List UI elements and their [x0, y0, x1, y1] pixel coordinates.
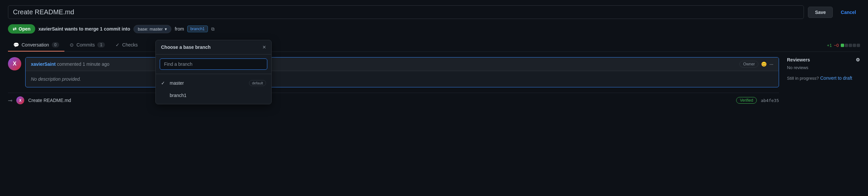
sidebar: Reviewers ⚙ No reviews Still in progress…	[787, 57, 860, 108]
modal-search-area	[156, 54, 271, 74]
reviewers-title: Reviewers ⚙	[787, 57, 860, 62]
branch-item-master[interactable]: ✓ master default	[156, 77, 271, 89]
tab-checks[interactable]: ✓ Checks	[110, 39, 143, 52]
head-branch-tag: branch1	[187, 26, 208, 32]
base-branch-button[interactable]: base: master ▾	[133, 25, 171, 33]
comment-meta: xavierSaint commented 1 minute ago	[31, 61, 110, 67]
additions-count: +1	[827, 43, 832, 48]
diff-blocks	[841, 44, 860, 47]
comment-author: xavierSaint	[31, 61, 56, 67]
checks-icon: ✓	[116, 42, 120, 48]
more-options-button[interactable]: ···	[769, 61, 773, 67]
comment-time: commented 1 minute ago	[57, 61, 110, 67]
branch-search-input[interactable]	[160, 58, 267, 70]
commit-row: ⊸ X Create README.md Verified ab4fe35	[8, 93, 779, 108]
diff-block-4	[853, 44, 856, 47]
main-content: X xavierSaint commented 1 minute ago Own…	[8, 57, 779, 108]
title-bar: Save Cancel	[8, 5, 860, 19]
status-badge: ⇄ Open	[8, 24, 35, 33]
commits-icon: ⊙	[70, 42, 74, 48]
open-icon: ⇄	[12, 26, 17, 32]
copy-icon[interactable]: ⧉	[211, 26, 215, 32]
comment-header: xavierSaint commented 1 minute ago Owner…	[26, 57, 779, 71]
deletions-count: −0	[834, 43, 839, 48]
convert-draft-link[interactable]: Convert to draft	[820, 76, 852, 81]
commit-avatar: X	[16, 96, 24, 104]
emoji-button[interactable]: 😊	[761, 61, 767, 67]
commits-count: 1	[97, 42, 105, 48]
comment-body: No description provided.	[26, 71, 779, 87]
tab-conversation-label: Conversation	[22, 42, 49, 48]
tab-checks-label: Checks	[122, 42, 138, 48]
choose-base-branch-modal: Choose a base branch × ✓ master default …	[155, 40, 272, 104]
dropdown-icon: ▾	[165, 27, 167, 32]
commit-graph-icon: ⊸	[8, 97, 12, 104]
from-text: from	[175, 26, 184, 32]
gear-icon[interactable]: ⚙	[856, 57, 860, 62]
status-label: Open	[19, 26, 31, 32]
commit-sha: ab4fe35	[761, 98, 779, 103]
reviewers-section: Reviewers ⚙ No reviews	[787, 57, 860, 70]
tab-conversation[interactable]: 💬 Conversation 0	[8, 39, 64, 52]
pr-meta-bar: ⇄ Open xavierSaint wants to merge 1 comm…	[8, 24, 860, 33]
avatar: X	[8, 57, 21, 71]
base-branch-label: base: master	[138, 27, 163, 32]
comment-container: X xavierSaint commented 1 minute ago Own…	[8, 57, 779, 87]
check-icon: ✓	[161, 80, 166, 86]
cancel-button[interactable]: Cancel	[837, 7, 860, 18]
main-container: Save Cancel ⇄ Open xavierSaint wants to …	[0, 0, 868, 113]
branch-list: ✓ master default ✓ branch1	[156, 74, 271, 104]
reviewers-label: Reviewers	[787, 57, 810, 62]
tab-commits-label: Commits	[76, 42, 95, 48]
diff-block-5	[857, 44, 860, 47]
save-button[interactable]: Save	[808, 7, 833, 18]
diff-block-1	[841, 44, 844, 47]
tab-commits[interactable]: ⊙ Commits 1	[64, 39, 110, 52]
tabs-bar: 💬 Conversation 0 ⊙ Commits 1 ✓ Checks +1…	[8, 39, 860, 52]
modal-header: Choose a base branch ×	[156, 40, 271, 54]
commit-name: Create README.md	[28, 98, 732, 103]
reviewers-value: No reviews	[787, 65, 860, 70]
conversation-icon: 💬	[13, 42, 19, 48]
content-area: X xavierSaint commented 1 minute ago Own…	[8, 57, 860, 108]
pr-title-input[interactable]	[8, 5, 804, 19]
comment-actions: Owner 😊 ···	[740, 61, 773, 67]
comment-box: xavierSaint commented 1 minute ago Owner…	[25, 57, 779, 87]
pr-author: xavierSaint wants to merge 1 commit into	[38, 26, 130, 32]
branch-name-branch1: branch1	[170, 93, 187, 98]
branch-item-branch1[interactable]: ✓ branch1	[156, 89, 271, 101]
modal-title: Choose a base branch	[161, 45, 211, 50]
diff-stat: +1 −0	[827, 43, 860, 48]
draft-section: Still in progress? Convert to draft	[787, 76, 860, 81]
close-icon[interactable]: ×	[262, 44, 266, 50]
diff-block-3	[849, 44, 852, 47]
branch-name-master: master	[170, 80, 184, 86]
conversation-count: 0	[52, 42, 59, 48]
diff-block-2	[845, 44, 848, 47]
pr-description: xavierSaint wants to merge 1 commit into	[38, 26, 130, 32]
default-badge: default	[249, 80, 266, 86]
owner-badge: Owner	[740, 61, 758, 67]
verified-badge: Verified	[736, 97, 757, 104]
draft-label: Still in progress?	[787, 76, 819, 81]
